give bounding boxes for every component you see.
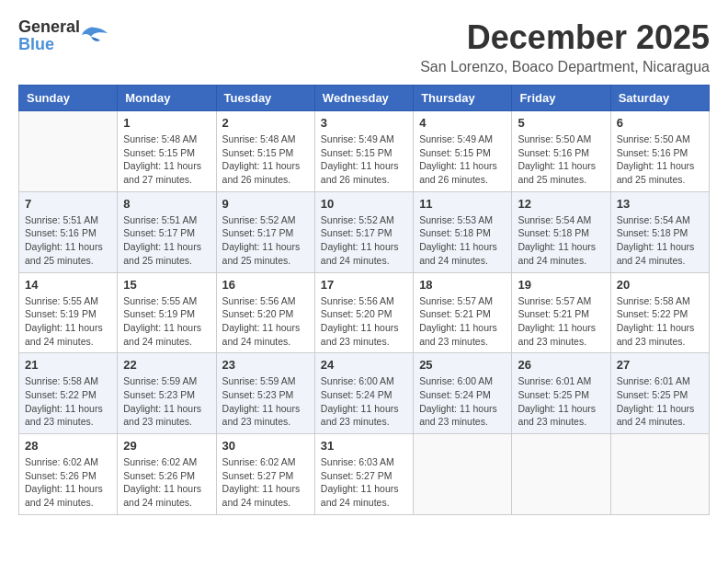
location-subtitle: San Lorenzo, Boaco Department, Nicaragua	[420, 59, 710, 75]
day-info: Sunrise: 5:59 AMSunset: 5:23 PMDaylight:…	[222, 374, 309, 429]
calendar-cell: 29Sunrise: 6:02 AMSunset: 5:26 PMDayligh…	[118, 434, 216, 515]
day-number: 27	[617, 358, 703, 372]
day-number: 8	[123, 197, 210, 211]
calendar-cell	[512, 434, 610, 515]
day-info: Sunrise: 5:52 AMSunset: 5:17 PMDaylight:…	[321, 213, 407, 268]
calendar-cell: 14Sunrise: 5:55 AMSunset: 5:19 PMDayligh…	[19, 272, 118, 353]
calendar-cell: 27Sunrise: 6:01 AMSunset: 5:25 PMDayligh…	[610, 353, 709, 434]
calendar-cell: 28Sunrise: 6:02 AMSunset: 5:26 PMDayligh…	[19, 434, 118, 515]
day-info: Sunrise: 5:49 AMSunset: 5:15 PMDaylight:…	[419, 132, 506, 187]
calendar-week-row: 1Sunrise: 5:48 AMSunset: 5:15 PMDaylight…	[19, 111, 710, 192]
calendar-cell: 19Sunrise: 5:57 AMSunset: 5:21 PMDayligh…	[512, 272, 610, 353]
calendar-cell: 7Sunrise: 5:51 AMSunset: 5:16 PMDaylight…	[19, 191, 118, 272]
calendar-header-tuesday: Tuesday	[216, 86, 314, 111]
day-number: 24	[321, 358, 407, 372]
calendar-cell: 6Sunrise: 5:50 AMSunset: 5:16 PMDaylight…	[610, 111, 709, 192]
day-info: Sunrise: 5:58 AMSunset: 5:22 PMDaylight:…	[25, 374, 111, 429]
day-info: Sunrise: 5:57 AMSunset: 5:21 PMDaylight:…	[518, 294, 604, 349]
day-number: 21	[25, 358, 111, 372]
calendar-cell: 12Sunrise: 5:54 AMSunset: 5:18 PMDayligh…	[512, 191, 610, 272]
day-info: Sunrise: 5:56 AMSunset: 5:20 PMDaylight:…	[321, 294, 407, 349]
day-number: 1	[123, 116, 210, 130]
calendar-header-row: SundayMondayTuesdayWednesdayThursdayFrid…	[19, 86, 710, 111]
calendar-cell: 25Sunrise: 6:00 AMSunset: 5:24 PMDayligh…	[414, 353, 512, 434]
calendar-cell: 1Sunrise: 5:48 AMSunset: 5:15 PMDaylight…	[118, 111, 216, 192]
day-number: 13	[617, 197, 703, 211]
logo-blue: Blue	[18, 35, 54, 53]
day-number: 22	[123, 358, 210, 372]
calendar-cell: 31Sunrise: 6:03 AMSunset: 5:27 PMDayligh…	[314, 434, 413, 515]
day-info: Sunrise: 6:01 AMSunset: 5:25 PMDaylight:…	[617, 374, 703, 429]
day-info: Sunrise: 5:54 AMSunset: 5:18 PMDaylight:…	[518, 213, 604, 268]
day-number: 29	[123, 439, 210, 453]
calendar-cell: 30Sunrise: 6:02 AMSunset: 5:27 PMDayligh…	[216, 434, 314, 515]
logo-text: General Blue	[18, 18, 80, 53]
day-info: Sunrise: 5:52 AMSunset: 5:17 PMDaylight:…	[222, 213, 309, 268]
day-number: 26	[518, 358, 604, 372]
month-title: December 2025	[420, 18, 710, 57]
calendar-header-thursday: Thursday	[414, 86, 512, 111]
day-number: 30	[222, 439, 309, 453]
day-number: 11	[419, 197, 506, 211]
day-number: 20	[617, 278, 703, 292]
day-info: Sunrise: 6:00 AMSunset: 5:24 PMDaylight:…	[321, 374, 407, 429]
day-info: Sunrise: 5:56 AMSunset: 5:20 PMDaylight:…	[222, 294, 309, 349]
day-info: Sunrise: 5:51 AMSunset: 5:17 PMDaylight:…	[123, 213, 210, 268]
calendar-header-friday: Friday	[512, 86, 610, 111]
logo-bird-icon	[82, 26, 108, 46]
day-number: 6	[617, 116, 703, 130]
calendar-cell: 8Sunrise: 5:51 AMSunset: 5:17 PMDaylight…	[118, 191, 216, 272]
day-number: 31	[321, 439, 407, 453]
calendar-cell	[610, 434, 709, 515]
calendar-cell	[19, 111, 118, 192]
day-info: Sunrise: 5:50 AMSunset: 5:16 PMDaylight:…	[617, 132, 703, 187]
calendar-cell: 5Sunrise: 5:50 AMSunset: 5:16 PMDaylight…	[512, 111, 610, 192]
calendar-cell: 9Sunrise: 5:52 AMSunset: 5:17 PMDaylight…	[216, 191, 314, 272]
day-number: 19	[518, 278, 604, 292]
day-info: Sunrise: 5:57 AMSunset: 5:21 PMDaylight:…	[419, 294, 506, 349]
calendar-cell: 16Sunrise: 5:56 AMSunset: 5:20 PMDayligh…	[216, 272, 314, 353]
day-info: Sunrise: 6:02 AMSunset: 5:27 PMDaylight:…	[222, 455, 309, 510]
calendar-week-row: 28Sunrise: 6:02 AMSunset: 5:26 PMDayligh…	[19, 434, 710, 515]
day-number: 9	[222, 197, 309, 211]
day-info: Sunrise: 5:54 AMSunset: 5:18 PMDaylight:…	[617, 213, 703, 268]
page-header: General Blue December 2025 San Lorenzo, …	[18, 18, 710, 75]
day-info: Sunrise: 6:02 AMSunset: 5:26 PMDaylight:…	[25, 455, 111, 510]
calendar-week-row: 7Sunrise: 5:51 AMSunset: 5:16 PMDaylight…	[19, 191, 710, 272]
calendar-header-wednesday: Wednesday	[314, 86, 413, 111]
day-info: Sunrise: 5:59 AMSunset: 5:23 PMDaylight:…	[123, 374, 210, 429]
calendar-cell: 23Sunrise: 5:59 AMSunset: 5:23 PMDayligh…	[216, 353, 314, 434]
calendar-cell: 20Sunrise: 5:58 AMSunset: 5:22 PMDayligh…	[610, 272, 709, 353]
day-info: Sunrise: 5:55 AMSunset: 5:19 PMDaylight:…	[25, 294, 111, 349]
calendar-header-saturday: Saturday	[610, 86, 709, 111]
title-section: December 2025 San Lorenzo, Boaco Departm…	[420, 18, 710, 75]
day-info: Sunrise: 6:00 AMSunset: 5:24 PMDaylight:…	[419, 374, 506, 429]
calendar-cell: 13Sunrise: 5:54 AMSunset: 5:18 PMDayligh…	[610, 191, 709, 272]
day-number: 14	[25, 278, 111, 292]
day-info: Sunrise: 6:01 AMSunset: 5:25 PMDaylight:…	[518, 374, 604, 429]
logo-general: General	[18, 17, 80, 36]
calendar-table: SundayMondayTuesdayWednesdayThursdayFrid…	[18, 85, 710, 515]
calendar-cell: 24Sunrise: 6:00 AMSunset: 5:24 PMDayligh…	[314, 353, 413, 434]
day-number: 2	[222, 116, 309, 130]
day-info: Sunrise: 5:53 AMSunset: 5:18 PMDaylight:…	[419, 213, 506, 268]
day-number: 3	[321, 116, 407, 130]
day-number: 16	[222, 278, 309, 292]
day-number: 10	[321, 197, 407, 211]
day-number: 28	[25, 439, 111, 453]
calendar-cell: 10Sunrise: 5:52 AMSunset: 5:17 PMDayligh…	[314, 191, 413, 272]
day-number: 4	[419, 116, 506, 130]
calendar-cell: 21Sunrise: 5:58 AMSunset: 5:22 PMDayligh…	[19, 353, 118, 434]
day-info: Sunrise: 5:48 AMSunset: 5:15 PMDaylight:…	[222, 132, 309, 187]
day-number: 12	[518, 197, 604, 211]
calendar-cell: 4Sunrise: 5:49 AMSunset: 5:15 PMDaylight…	[414, 111, 512, 192]
calendar-cell: 26Sunrise: 6:01 AMSunset: 5:25 PMDayligh…	[512, 353, 610, 434]
calendar-cell: 17Sunrise: 5:56 AMSunset: 5:20 PMDayligh…	[314, 272, 413, 353]
calendar-cell: 18Sunrise: 5:57 AMSunset: 5:21 PMDayligh…	[414, 272, 512, 353]
day-info: Sunrise: 5:55 AMSunset: 5:19 PMDaylight:…	[123, 294, 210, 349]
day-number: 7	[25, 197, 111, 211]
day-number: 15	[123, 278, 210, 292]
calendar-week-row: 14Sunrise: 5:55 AMSunset: 5:19 PMDayligh…	[19, 272, 710, 353]
calendar-cell: 15Sunrise: 5:55 AMSunset: 5:19 PMDayligh…	[118, 272, 216, 353]
day-number: 18	[419, 278, 506, 292]
